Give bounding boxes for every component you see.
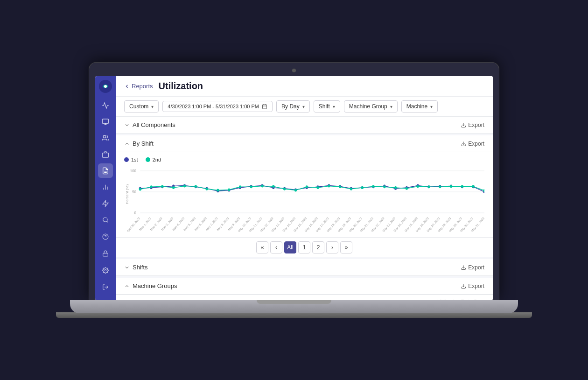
svg-text:50: 50 [132,189,136,194]
svg-point-71 [206,188,208,190]
main-content: Reports Utilization Custom ▾ 4/30/2023 1… [116,76,493,300]
legend-dot-1st [124,157,129,162]
sidebar-item-alerts[interactable] [98,196,113,211]
svg-point-94 [461,185,463,188]
svg-point-13 [103,218,107,222]
svg-point-84 [350,188,352,190]
svg-rect-6 [102,153,108,157]
svg-point-92 [439,185,441,188]
sidebar-item-security[interactable] [98,246,113,261]
sidebar-item-users[interactable] [98,131,113,146]
sidebar-item-analytics[interactable] [98,115,113,129]
svg-rect-20 [263,105,267,109]
all-page-btn[interactable]: All [284,241,296,253]
svg-point-82 [328,184,330,187]
sidebar-item-reports[interactable] [98,163,113,178]
machine-label: Machine [406,103,427,110]
svg-point-72 [217,189,219,191]
sidebar-item-logout[interactable] [98,280,113,295]
all-components-title: All Components [133,121,175,128]
page-header: Reports Utilization [116,76,493,97]
sidebar-bottom [98,212,113,296]
svg-point-90 [417,185,419,188]
shifts-export-label: Export [468,264,484,271]
shifts-title-row: Shifts [124,264,148,271]
sidebar-item-help[interactable] [98,229,113,244]
svg-point-88 [394,186,397,189]
laptop-container: Reports Utilization Custom ▾ 4/30/2023 1… [70,62,518,318]
export-icon-3 [461,265,466,270]
machine-groups-section: Machine Groups Export Machine [116,278,493,300]
svg-point-91 [427,185,430,188]
page-1-btn[interactable]: 1 [298,241,310,253]
chart-svg: 100 50 0 Percent (%) [124,166,484,232]
svg-line-14 [107,221,108,223]
export-icon-2 [461,141,466,147]
svg-point-18 [105,269,106,271]
svg-point-66 [150,185,153,188]
svg-point-68 [172,186,175,189]
machine-group-label: Machine Group [349,103,387,110]
chevron-down-icon-4: ▾ [390,104,392,109]
page-2-btn[interactable]: 2 [312,241,324,253]
svg-point-77 [272,185,274,188]
collapse-icon [124,122,130,128]
svg-rect-2 [102,119,108,123]
svg-point-81 [316,186,319,189]
by-day-dropdown[interactable]: By Day ▾ [276,100,310,113]
toolbar: Custom ▾ 4/30/2023 1:00 PM - 5/31/2023 1… [116,97,493,117]
sidebar-item-search[interactable] [98,212,113,227]
svg-point-76 [261,184,263,187]
export-icon [461,122,466,128]
all-components-export-btn[interactable]: Export [461,122,484,128]
shift-dropdown[interactable]: Shift ▾ [314,100,340,113]
by-shift-title: By Shift [133,140,154,147]
all-components-title-row: All Components [124,121,175,128]
calendar-icon [262,104,267,109]
machine-groups-export-label: Export [468,283,484,289]
date-value: 4/30/2023 1:00 PM - 5/31/2023 1:00 PM [168,104,259,109]
date-picker-button[interactable]: 4/30/2023 1:00 PM - 5/31/2023 1:00 PM [162,101,273,112]
all-components-export-label: Export [468,122,484,128]
svg-point-89 [406,187,408,190]
machine-groups-export-btn[interactable]: Export [461,283,484,289]
svg-text:100: 100 [130,168,136,173]
sidebar-item-settings[interactable] [98,263,113,278]
sidebar-item-activity[interactable] [98,99,113,113]
svg-point-79 [294,189,297,191]
svg-point-69 [183,184,186,187]
back-label: Reports [132,83,153,90]
svg-point-73 [228,189,230,191]
sidebar [95,76,116,300]
laptop-base [70,300,518,313]
machine-dropdown[interactable]: Machine ▾ [401,100,438,113]
svg-point-78 [283,188,286,190]
shifts-section: Shifts Export [116,259,493,276]
page-title: Utilization [159,81,203,91]
table-header-row: Machine Group / Day Utilization Rate [116,295,493,300]
date-range-label: Custom [129,103,148,110]
pagination: « ‹ All 1 2 › » [116,237,493,257]
chevron-down-icon-3: ▾ [333,104,335,109]
sidebar-item-operations[interactable] [98,148,113,162]
last-page-btn[interactable]: » [340,241,352,253]
svg-point-70 [195,185,197,188]
legend-label-1st: 1st [131,157,138,162]
svg-point-5 [103,135,105,138]
chevron-down-icon: ▾ [151,104,154,109]
svg-point-67 [161,185,163,188]
next-page-btn[interactable]: › [326,241,338,253]
by-shift-export-btn[interactable]: Export [461,141,484,147]
prev-page-btn[interactable]: ‹ [270,241,282,253]
svg-point-65 [139,188,141,191]
sidebar-item-metrics[interactable] [98,180,113,194]
date-range-dropdown[interactable]: Custom ▾ [124,100,159,113]
machine-group-dropdown[interactable]: Machine Group ▾ [344,100,398,113]
shifts-export-btn[interactable]: Export [461,264,484,271]
shifts-title: Shifts [133,264,148,271]
collapse-icon-2 [124,265,130,270]
first-page-btn[interactable]: « [256,241,268,253]
expand-icon [124,141,130,147]
svg-point-83 [339,185,341,188]
back-button[interactable]: Reports [124,83,153,90]
